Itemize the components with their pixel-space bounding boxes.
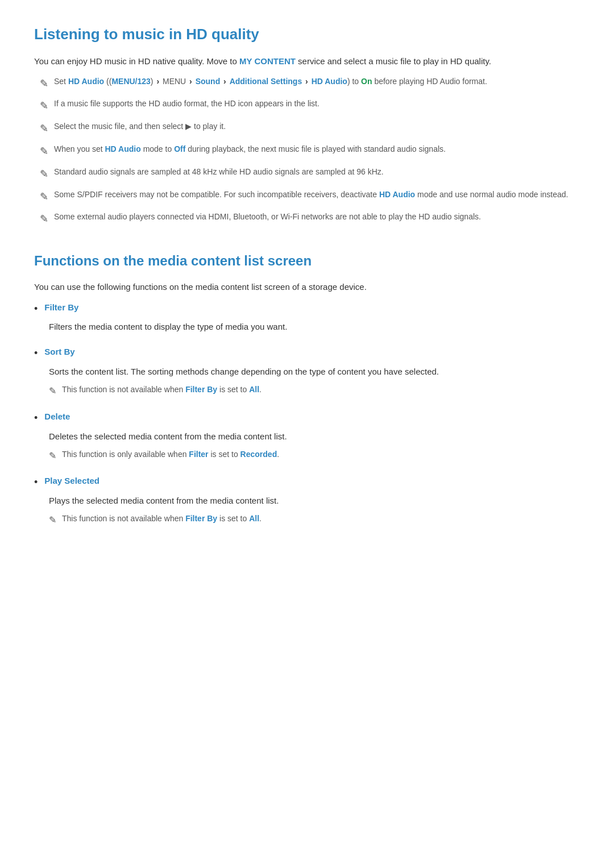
hd-audio-1: HD Audio — [68, 77, 104, 86]
play-selected-note: ✎ This function is not available when Fi… — [49, 512, 580, 528]
sort-by-header: • Sort By — [34, 345, 580, 362]
note-text-7: Some external audio players connected vi… — [54, 210, 481, 223]
play-selected-header: • Play Selected — [34, 474, 580, 491]
note-icon-1: ✎ — [40, 76, 48, 92]
bullet-dot-delete: • — [34, 410, 38, 426]
filter-by-term: Filter By — [44, 301, 78, 314]
chevron-4: › — [305, 75, 308, 88]
filter-by-ref-sort: Filter By — [185, 385, 217, 394]
sound-text: Sound — [196, 77, 221, 86]
chevron-3: › — [223, 75, 226, 88]
on-text: On — [361, 77, 372, 86]
all-ref-sort: All — [249, 385, 259, 394]
filter-by-ref-play: Filter By — [185, 514, 217, 523]
delete-note-text: This function is only available when Fil… — [62, 448, 279, 460]
filter-ref-delete: Filter — [189, 450, 208, 459]
my-content-link[interactable]: MY CONTENT — [239, 56, 296, 66]
list-item-sort-by: • Sort By Sorts the content list. The so… — [34, 345, 580, 398]
filter-by-header: • Filter By — [34, 301, 580, 317]
list-item-delete: • Delete Deletes the selected media cont… — [34, 410, 580, 463]
intro-text-after: service and select a music file to play … — [296, 56, 491, 66]
note-item-1: ✎ Set HD Audio ((MENU/123) › MENU › Soun… — [34, 75, 580, 92]
note-text-6: Some S/PDIF receivers may not be compati… — [54, 188, 568, 201]
note-text-1: Set HD Audio ((MENU/123) › MENU › Sound … — [54, 75, 487, 88]
section1-notes: ✎ Set HD Audio ((MENU/123) › MENU › Soun… — [34, 75, 580, 228]
note-text-2: If a music file supports the HD audio fo… — [54, 97, 320, 110]
sort-by-term: Sort By — [44, 345, 74, 359]
delete-desc: Deletes the selected media content from … — [49, 430, 580, 443]
section-hd-quality: Listening to music in HD quality You can… — [34, 23, 580, 227]
note-text-4: When you set HD Audio mode to Off during… — [54, 143, 446, 155]
note-icon-7: ✎ — [40, 211, 48, 227]
note-item-4: ✎ When you set HD Audio mode to Off duri… — [34, 143, 580, 160]
menu-123: MENU/123 — [111, 77, 150, 86]
note-icon-2: ✎ — [40, 98, 48, 114]
note-text-5: Standard audio signals are sampled at 48… — [54, 165, 384, 178]
sort-by-desc: Sorts the content list. The sorting meth… — [49, 365, 580, 379]
bullet-dot-filter: • — [34, 301, 38, 317]
note-icon-4: ✎ — [40, 143, 48, 160]
off-text: Off — [174, 144, 185, 153]
section1-title: Listening to music in HD quality — [34, 23, 580, 47]
delete-term: Delete — [44, 410, 70, 423]
list-item-filter-by: • Filter By Filters the media content to… — [34, 301, 580, 334]
hd-audio-3: HD Audio — [105, 144, 141, 153]
bullet-dot-play: • — [34, 474, 38, 491]
additional-settings-text: Additional Settings — [230, 77, 302, 86]
bullet-dot-sort: • — [34, 345, 38, 362]
hd-audio-4: HD Audio — [379, 190, 415, 199]
section1-intro: You can enjoy HD music in HD native qual… — [34, 55, 580, 68]
play-selected-desc: Plays the selected media content from th… — [49, 494, 580, 508]
note-icon-5: ✎ — [40, 166, 48, 182]
note-item-6: ✎ Some S/PDIF receivers may not be compa… — [34, 188, 580, 205]
note-icon-sort: ✎ — [49, 384, 56, 398]
note-icon-6: ✎ — [40, 189, 48, 205]
recorded-ref: Recorded — [240, 450, 277, 459]
all-ref-play: All — [249, 514, 259, 523]
note-item-5: ✎ Standard audio signals are sampled at … — [34, 165, 580, 182]
note-item-2: ✎ If a music file supports the HD audio … — [34, 97, 580, 114]
note-text-3: Select the music file, and then select ▶… — [54, 120, 226, 132]
note-icon-play: ✎ — [49, 513, 56, 528]
sort-by-note: ✎ This function is not available when Fi… — [49, 383, 580, 398]
chevron-1: › — [156, 75, 159, 88]
sort-by-note-text: This function is not available when Filt… — [62, 383, 262, 396]
intro-text-before: You can enjoy HD music in HD native qual… — [34, 56, 239, 66]
filter-by-desc: Filters the media content to display the… — [49, 320, 580, 334]
note-item-7: ✎ Some external audio players connected … — [34, 210, 580, 227]
list-item-play-selected: • Play Selected Plays the selected media… — [34, 474, 580, 527]
hd-audio-2: HD Audio — [312, 77, 347, 86]
play-selected-note-text: This function is not available when Filt… — [62, 512, 262, 525]
chevron-2: › — [189, 75, 192, 88]
section2-title: Functions on the media content list scre… — [34, 250, 580, 272]
delete-note: ✎ This function is only available when F… — [49, 448, 580, 463]
note-icon-3: ✎ — [40, 121, 48, 137]
delete-header: • Delete — [34, 410, 580, 426]
section-media-functions: Functions on the media content list scre… — [34, 250, 580, 527]
menu-text: MENU — [163, 77, 186, 86]
functions-list: • Filter By Filters the media content to… — [34, 301, 580, 528]
note-icon-delete: ✎ — [49, 448, 56, 463]
section2-intro: You can use the following functions on t… — [34, 280, 580, 294]
play-selected-term: Play Selected — [44, 474, 99, 488]
note-item-3: ✎ Select the music file, and then select… — [34, 120, 580, 137]
